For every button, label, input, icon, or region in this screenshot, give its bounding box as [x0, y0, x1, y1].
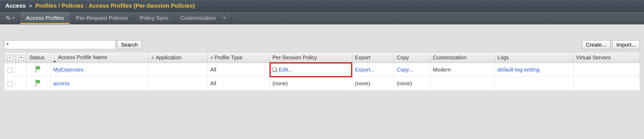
column-label: Customization — [433, 55, 467, 60]
column-label: Access Profile Name — [58, 54, 107, 60]
row-checkbox-cell[interactable] — [5, 77, 16, 91]
logs-link[interactable]: default-log-setting — [498, 67, 540, 73]
column-name[interactable]: Access Profile Name — [51, 52, 149, 63]
tab-label: Access Profiles — [26, 15, 64, 21]
row-profile-type-cell: All — [207, 77, 270, 91]
row-name-cell: MyExpenses — [51, 63, 149, 77]
row-copy-cell: (none) — [394, 77, 430, 91]
search-button[interactable]: Search — [117, 40, 142, 49]
tab-per-request-policies[interactable]: Per-Request Policies — [70, 12, 134, 24]
column-label: Export — [355, 55, 370, 60]
checkbox-icon — [7, 55, 13, 60]
column-label: Status — [29, 55, 45, 60]
column-export[interactable]: Export — [352, 52, 394, 63]
row-application-cell — [149, 77, 207, 91]
breadcrumb-bar: Access » Profiles / Policies : Access Pr… — [0, 0, 644, 12]
profile-name-link[interactable]: MyExpenses — [53, 67, 84, 73]
row-per-session-cell: Edit... — [270, 63, 352, 77]
tab-access-profiles[interactable]: Access Profiles — [20, 12, 70, 24]
tab-label: Per-Request Policies — [76, 15, 128, 21]
column-virtual-servers[interactable]: Virtual Servers — [573, 52, 639, 63]
breadcrumb-separator: » — [29, 2, 32, 9]
row-empty-cell — [16, 77, 27, 91]
toolbar-left: Search — [4, 40, 142, 49]
column-label: Copy — [397, 55, 409, 60]
row-virtual-servers-cell — [573, 77, 639, 91]
flag-icon — [36, 66, 42, 73]
column-logs[interactable]: Logs — [495, 52, 573, 63]
row-status-cell — [27, 63, 51, 77]
column-copy[interactable]: Copy — [394, 52, 430, 63]
breadcrumb-path: Profiles / Policies : Access Profiles (P… — [35, 2, 195, 9]
column-filter-dropdown[interactable] — [16, 52, 27, 63]
breadcrumb-root[interactable]: Access — [5, 2, 26, 9]
sort-icon — [151, 56, 154, 60]
column-customization[interactable]: Customization — [430, 52, 495, 63]
row-customization-cell — [430, 77, 495, 91]
dropdown-box-icon — [19, 55, 24, 60]
content-area: Search Create... Import... Status Access… — [0, 24, 644, 95]
tab-bar: Access Profiles Per-Request Policies Pol… — [0, 12, 644, 24]
import-button[interactable]: Import... — [612, 40, 640, 49]
toolbar-right: Create... Import... — [582, 40, 640, 49]
checkbox-dotted-icon — [7, 81, 13, 87]
row-profile-type-cell: All — [207, 63, 270, 77]
column-application[interactable]: Application — [149, 52, 207, 63]
sort-asc-icon — [53, 55, 56, 62]
tab-label: Policy Sync — [140, 15, 169, 21]
column-select-all[interactable] — [5, 52, 16, 63]
toolbar: Search Create... Import... — [4, 40, 640, 49]
tab-customization[interactable]: Customization — [175, 12, 232, 24]
column-label: Per-Session Policy — [272, 55, 317, 60]
chevron-down-icon — [223, 17, 226, 19]
breadcrumb: Access » Profiles / Policies : Access Pr… — [5, 2, 639, 9]
table-row: MyExpenses All Edit... Export... Copy...… — [5, 63, 640, 77]
row-checkbox-cell[interactable] — [5, 63, 16, 77]
column-label: Virtual Servers — [576, 55, 611, 60]
row-logs-cell: default-log-setting — [495, 63, 573, 77]
column-per-session-policy[interactable]: Per-Session Policy — [270, 52, 352, 63]
chevron-down-icon — [12, 17, 15, 19]
tab-label: Customization — [180, 15, 216, 21]
column-label: Profile Type — [215, 55, 242, 60]
access-profiles-table: Status Access Profile Name Application P… — [4, 52, 640, 91]
copy-link[interactable]: Copy... — [397, 67, 413, 73]
row-customization-cell: Modern — [430, 63, 495, 77]
profile-name-link[interactable]: access — [53, 80, 70, 86]
search-input[interactable] — [4, 40, 116, 49]
row-status-cell — [27, 77, 51, 91]
gear-menu-button[interactable] — [0, 12, 20, 24]
row-name-cell: access — [51, 77, 149, 91]
row-copy-cell: Copy... — [394, 63, 430, 77]
column-status[interactable]: Status — [27, 52, 51, 63]
tab-policy-sync[interactable]: Policy Sync — [134, 12, 175, 24]
row-virtual-servers-cell — [573, 63, 639, 77]
gear-icon — [6, 15, 11, 21]
flag-icon — [36, 79, 42, 86]
edit-policy-link[interactable]: Edit... — [279, 67, 292, 73]
export-link[interactable]: Export... — [355, 67, 375, 73]
column-label: Application — [156, 55, 181, 60]
row-application-cell — [149, 63, 207, 77]
column-label: Logs — [498, 55, 509, 60]
sort-icon — [210, 56, 213, 60]
create-button[interactable]: Create... — [582, 40, 610, 49]
row-per-session-cell: (none) — [270, 77, 352, 91]
row-export-cell: (none) — [352, 77, 394, 91]
row-logs-cell — [495, 77, 573, 91]
window-icon — [272, 68, 277, 71]
row-empty-cell — [16, 63, 27, 77]
row-export-cell: Export... — [352, 63, 394, 77]
column-profile-type[interactable]: Profile Type — [207, 52, 270, 63]
table-row: access All (none) (none) (none) — [5, 77, 640, 91]
checkbox-icon — [7, 68, 13, 73]
